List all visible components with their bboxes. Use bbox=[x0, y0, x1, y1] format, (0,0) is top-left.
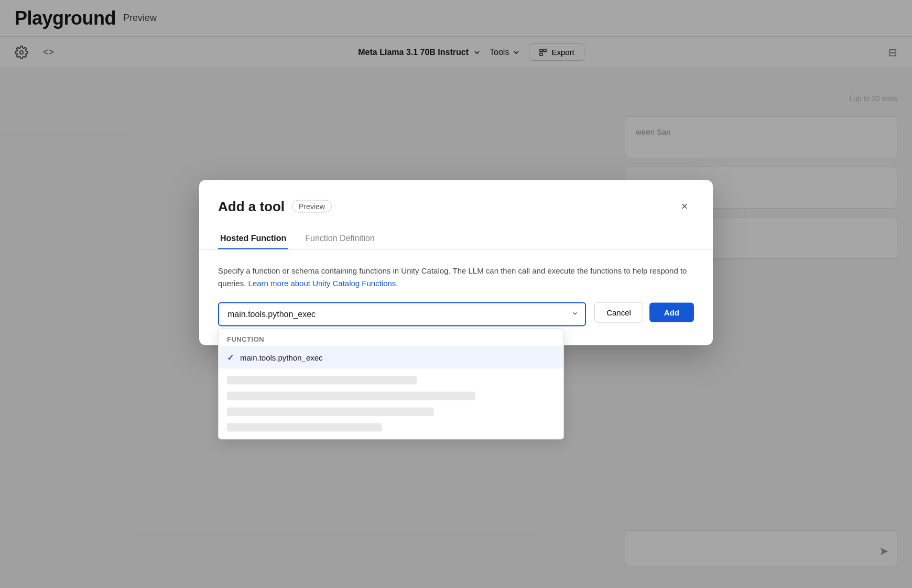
modal-header: Add a tool Preview × bbox=[199, 180, 713, 216]
tab-hosted-function[interactable]: Hosted Function bbox=[218, 228, 288, 249]
dropdown-item-python-exec[interactable]: ✓ main.tools.python_exec bbox=[219, 346, 563, 369]
add-button[interactable]: Add bbox=[649, 303, 694, 322]
add-tool-modal: Add a tool Preview × Hosted Function Fun… bbox=[199, 180, 713, 345]
add-label: Add bbox=[664, 308, 679, 317]
function-input[interactable] bbox=[218, 302, 586, 326]
skeleton-row-2 bbox=[227, 392, 475, 400]
dropdown-section-label: Function bbox=[219, 329, 563, 346]
modal-title: Add a tool bbox=[218, 198, 285, 214]
input-row: Function ✓ main.tools.python_exec Cancel bbox=[218, 302, 694, 326]
dropdown-item-label: main.tools.python_exec bbox=[240, 353, 323, 362]
tab-function-definition[interactable]: Function Definition bbox=[303, 228, 377, 249]
learn-more-text: Learn more about Unity Catalog Functions… bbox=[248, 279, 398, 288]
modal-actions: Cancel Add bbox=[594, 302, 694, 323]
skeleton-row-1 bbox=[227, 376, 417, 385]
close-button[interactable]: × bbox=[675, 197, 694, 216]
function-input-wrapper: Function ✓ main.tools.python_exec bbox=[218, 302, 586, 326]
cancel-button[interactable]: Cancel bbox=[594, 302, 643, 323]
tab-hosted-function-label: Hosted Function bbox=[220, 234, 286, 243]
skeleton-row-4 bbox=[227, 423, 382, 432]
tab-function-definition-label: Function Definition bbox=[305, 234, 375, 243]
modal-body: Specify a function or schema containing … bbox=[199, 250, 713, 345]
modal-tabs: Hosted Function Function Definition bbox=[199, 228, 713, 250]
modal-description: Specify a function or schema containing … bbox=[218, 265, 694, 290]
learn-more-link[interactable]: Learn more about Unity Catalog Functions… bbox=[248, 279, 398, 288]
modal-title-group: Add a tool Preview bbox=[218, 198, 332, 214]
check-icon: ✓ bbox=[227, 353, 234, 363]
modal-preview-badge: Preview bbox=[292, 200, 332, 213]
cancel-label: Cancel bbox=[606, 308, 631, 317]
close-icon: × bbox=[681, 200, 688, 213]
function-dropdown: Function ✓ main.tools.python_exec bbox=[218, 329, 564, 440]
skeleton-row-3 bbox=[227, 408, 434, 416]
